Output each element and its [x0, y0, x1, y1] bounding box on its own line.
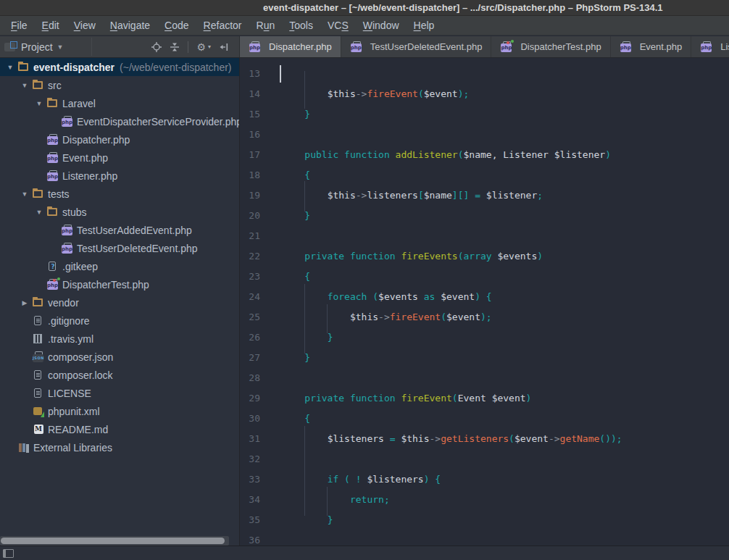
menu-vcs[interactable]: VCS	[320, 20, 356, 31]
tree-item-External Libraries[interactable]: External Libraries	[0, 438, 239, 456]
line-number[interactable]: 30	[240, 409, 260, 429]
code-line-18[interactable]: 18 {	[240, 165, 729, 185]
tree-item-stubs[interactable]: ▼stubs	[0, 203, 239, 221]
tree-item-composer.json[interactable]: JSONcomposer.json	[0, 348, 239, 366]
code-line-35[interactable]: 35 }	[240, 510, 729, 530]
horizontal-scrollbar[interactable]	[0, 536, 229, 546]
expanded-arrow-icon[interactable]: ▼	[17, 191, 32, 198]
scrollbar-thumb[interactable]	[1, 538, 225, 544]
tree-item-Laravel[interactable]: ▼Laravel	[0, 94, 239, 112]
line-number[interactable]: 21	[240, 226, 260, 246]
menu-refactor[interactable]: Refactor	[196, 20, 249, 31]
collapse-all-icon[interactable]	[170, 42, 180, 52]
project-toolwindow-title[interactable]: Project	[21, 41, 53, 53]
menu-run[interactable]: Run	[249, 20, 283, 31]
tree-item-Event.php[interactable]: phpEvent.php	[0, 149, 239, 167]
code-line-19[interactable]: 19 $this->listeners[$name][] = $listener…	[240, 185, 729, 206]
code-line-16[interactable]: 16	[240, 125, 729, 145]
title-bar[interactable]: event-dispatcher – [~/web/event-dispatch…	[0, 0, 729, 16]
settings-caret-icon[interactable]: ▾	[208, 43, 211, 50]
collapsed-arrow-icon[interactable]: ▶	[17, 299, 32, 306]
menu-edit[interactable]: Edit	[35, 20, 67, 31]
expanded-arrow-icon[interactable]: ▼	[32, 100, 46, 107]
expanded-arrow-icon[interactable]: ▼	[17, 82, 32, 89]
code-line-15[interactable]: 15 }	[240, 104, 729, 125]
expanded-arrow-icon[interactable]: ▼	[32, 209, 46, 216]
tree-item-LICENSE[interactable]: LICENSE	[0, 384, 239, 402]
line-number[interactable]: 27	[240, 348, 260, 368]
tab-TestUserDeletedEvent.php[interactable]: phpTestUserDeletedEvent.php	[341, 36, 492, 57]
line-number[interactable]: 31	[240, 429, 260, 449]
settings-gear-icon[interactable]: ⚙	[196, 42, 206, 52]
line-number[interactable]: 29	[240, 388, 260, 409]
tree-item-TestUserAddedEvent.php[interactable]: phpTestUserAddedEvent.php	[0, 221, 239, 239]
code-line-14[interactable]: 14 $this->fireEvent($event);	[240, 84, 729, 104]
tab-Dispatcher.php[interactable]: phpDispatcher.php	[240, 36, 341, 57]
tree-item-src[interactable]: ▼src	[0, 76, 239, 94]
line-number[interactable]: 13	[240, 64, 260, 84]
line-number[interactable]: 35	[240, 510, 260, 530]
toolwindow-switcher-icon[interactable]	[3, 549, 14, 558]
tree-item-DispatcherTest.php[interactable]: phpDispatcherTest.php	[0, 275, 239, 293]
code-line-23[interactable]: 23 {	[240, 267, 729, 287]
code-line-21[interactable]: 21	[240, 226, 729, 246]
code-line-27[interactable]: 27 }	[240, 348, 729, 368]
code-line-26[interactable]: 26 }	[240, 327, 729, 348]
line-number[interactable]: 19	[240, 185, 260, 206]
tree-item-tests[interactable]: ▼tests	[0, 185, 239, 203]
tab-Event.php[interactable]: phpEvent.php	[611, 36, 692, 57]
tree-item-.travis.yml[interactable]: .travis.yml	[0, 330, 239, 348]
line-number[interactable]: 16	[240, 125, 260, 145]
line-number[interactable]: 17	[240, 145, 260, 165]
code-line-32[interactable]: 32	[240, 449, 729, 469]
tree-item-.gitkeep[interactable]: ?.gitkeep	[0, 257, 239, 275]
code-line-30[interactable]: 30 {	[240, 409, 729, 429]
menu-code[interactable]: Code	[157, 20, 196, 31]
line-number[interactable]: 15	[240, 104, 260, 125]
menu-view[interactable]: View	[67, 20, 103, 31]
hide-panel-icon[interactable]	[219, 42, 229, 52]
code-line-36[interactable]: 36	[240, 530, 729, 546]
code-line-34[interactable]: 34 return;	[240, 490, 729, 510]
chevron-down-icon[interactable]: ▼	[57, 43, 64, 51]
line-number[interactable]: 28	[240, 368, 260, 388]
tree-item-Listener.php[interactable]: phpListener.php	[0, 167, 239, 185]
line-number[interactable]: 23	[240, 267, 260, 287]
tree-item-EventDispatcherServiceProvider.php[interactable]: phpEventDispatcherServiceProvider.php	[0, 112, 239, 130]
line-number[interactable]: 25	[240, 307, 260, 327]
menu-navigate[interactable]: Navigate	[103, 20, 157, 31]
tree-item-Dispatcher.php[interactable]: phpDispatcher.php	[0, 130, 239, 149]
menu-window[interactable]: Window	[356, 20, 407, 31]
code-line-20[interactable]: 20 }	[240, 206, 729, 226]
menu-tools[interactable]: Tools	[282, 20, 320, 31]
line-number[interactable]: 14	[240, 84, 260, 104]
code-line-17[interactable]: 17 public function addListener($name, Li…	[240, 145, 729, 165]
tree-item-TestUserDeletedEvent.php[interactable]: phpTestUserDeletedEvent.php	[0, 239, 239, 257]
tree-item-phpunit.xml[interactable]: phpunit.xml	[0, 402, 239, 420]
tree-item-event-dispatcher[interactable]: ▼event-dispatcher(~/web/event-dispatcher…	[0, 58, 239, 76]
tab-DispatcherTest.php[interactable]: phpDispatcherTest.php	[491, 36, 610, 57]
code-line-13[interactable]: 13	[240, 64, 729, 84]
code-line-29[interactable]: 29 private function fireEvent(Event $eve…	[240, 388, 729, 409]
expanded-arrow-icon[interactable]: ▼	[3, 64, 17, 71]
code-line-22[interactable]: 22 private function fireEvents(array $ev…	[240, 246, 729, 267]
code-line-24[interactable]: 24 foreach ($events as $event) {	[240, 287, 729, 307]
tree-item-vendor[interactable]: ▶vendor	[0, 293, 239, 312]
line-number[interactable]: 18	[240, 165, 260, 185]
editor[interactable]: 1314 $this->fireEvent($event);15 }1617 p…	[239, 58, 729, 546]
tab-Listener.php[interactable]: phpListener.php	[691, 36, 729, 57]
tree-item-composer.lock[interactable]: composer.lock	[0, 366, 239, 384]
line-number[interactable]: 33	[240, 469, 260, 490]
line-number[interactable]: 20	[240, 206, 260, 226]
line-number[interactable]: 26	[240, 327, 260, 348]
code-line-28[interactable]: 28	[240, 368, 729, 388]
project-toolwindow-icon[interactable]	[4, 43, 15, 51]
line-number[interactable]: 22	[240, 246, 260, 267]
menu-file[interactable]: File	[4, 20, 35, 31]
code-line-25[interactable]: 25 $this->fireEvent($event);	[240, 307, 729, 327]
line-number[interactable]: 24	[240, 287, 260, 307]
menu-help[interactable]: Help	[407, 20, 442, 31]
line-number[interactable]: 36	[240, 530, 260, 546]
code-line-33[interactable]: 33 if ( ! $listeners) {	[240, 469, 729, 490]
line-number[interactable]: 34	[240, 490, 260, 510]
